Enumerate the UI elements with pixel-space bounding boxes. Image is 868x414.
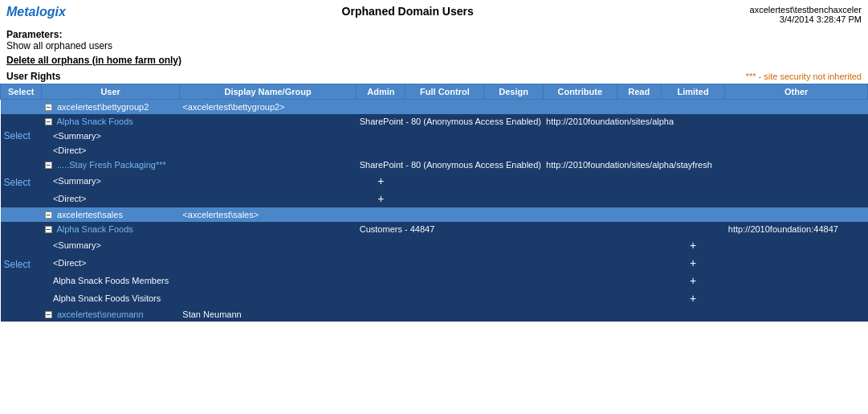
table-row: − axcelertest\sneumann Stan Neumann [1, 307, 868, 322]
user-link[interactable]: axcelertest\bettygroup2 [57, 102, 149, 112]
delete-orphans-link[interactable]: Delete all orphans (in home farm only) [6, 55, 181, 66]
members-empty [179, 272, 661, 289]
group-user-cell: − axcelertest\bettygroup2 [42, 100, 179, 115]
item-user-cell: − Alpha Snack Foods [42, 222, 179, 236]
collapse-icon[interactable]: − [45, 226, 52, 233]
item-contribute [617, 222, 661, 236]
direct-cell: <Direct> [42, 190, 179, 207]
summary-cell: <Summary> [42, 172, 179, 190]
direct-cell: <Direct> [42, 254, 179, 272]
collapse-icon[interactable]: − [45, 104, 52, 111]
table-row: − axcelertest\sales <axcelertest\sales> [1, 207, 868, 222]
item-info-cell: SharePoint - 80 (Anonymous Access Enable… [357, 114, 725, 129]
group-display-cell: Stan Neumann [179, 307, 867, 322]
group-user-cell: − axcelertest\sneumann [42, 307, 179, 322]
select-link[interactable]: Select [4, 177, 31, 188]
summary-fullcontrol: + [357, 172, 405, 190]
col-header-admin: Admin [357, 84, 405, 100]
item-user-cell: − Alpha Snack Foods [42, 114, 179, 129]
summary-other [725, 236, 868, 254]
main-table-container: Select User Display Name/Group Admin Ful… [0, 84, 868, 322]
summary-empty [179, 236, 661, 254]
direct-empty [179, 254, 661, 272]
group-user-cell: − axcelertest\sales [42, 207, 179, 222]
table-row: Select − Alpha Snack Foods Customers - 4… [1, 222, 868, 236]
col-header-limited: Limited [661, 84, 725, 100]
col-header-other: Other [725, 84, 868, 100]
item-info-cell: SharePoint - 80 (Anonymous Access Enable… [357, 158, 725, 172]
select-cell [1, 100, 42, 115]
params-label: Parameters: [6, 29, 62, 40]
item-display-cell [179, 222, 356, 236]
user-link[interactable]: axcelertest\sneumann [57, 309, 144, 319]
item-info-cell: Customers - 44847 [357, 222, 617, 236]
user-link[interactable]: axcelertest\sales [57, 210, 123, 219]
summary-cell: <Summary> [42, 236, 179, 254]
select-link[interactable]: Select [4, 259, 31, 270]
direct-cell: <Direct> [42, 143, 179, 158]
item-url: http://2010foundation:44847 [725, 222, 868, 236]
summary-rest [405, 172, 868, 190]
collapse-icon[interactable]: − [45, 311, 52, 318]
security-note: *** - site security not inherited [746, 72, 862, 81]
table-row: <Summary> + [1, 172, 868, 190]
select-cell: Select [1, 114, 42, 158]
summary-data-cell [179, 129, 867, 143]
direct-admin [179, 190, 356, 207]
summary-limited: + [661, 236, 725, 254]
col-header-select: Select [1, 84, 42, 100]
item-other-cell [725, 158, 868, 172]
select-cell [1, 207, 42, 222]
item-read [661, 222, 725, 236]
table-row: <Summary> + [1, 236, 868, 254]
collapse-icon[interactable]: − [45, 118, 52, 125]
members-cell: Alpha Snack Foods Members [42, 272, 179, 289]
group-display-cell: <axcelertest\sales> [179, 207, 867, 222]
col-header-design: Design [484, 84, 543, 100]
item-other-cell [725, 114, 868, 129]
members-limited: + [661, 272, 725, 289]
table-row: Alpha Snack Foods Visitors + [1, 289, 868, 307]
item-user-link[interactable]: .....Stay Fresh Packaging*** [57, 160, 166, 170]
collapse-icon[interactable]: − [45, 211, 52, 219]
item-display-cell [179, 114, 356, 129]
col-header-user: User [42, 84, 179, 100]
col-header-contribute: Contribute [543, 84, 617, 100]
table-row: − axcelertest\bettygroup2 <axcelertest\b… [1, 100, 868, 115]
item-user-link[interactable]: Alpha Snack Foods [56, 224, 132, 234]
col-header-display: Display Name/Group [179, 84, 356, 100]
select-link[interactable]: Select [4, 130, 31, 141]
table-row: <Direct> + [1, 190, 868, 207]
select-cell: Select [1, 222, 42, 307]
visitors-cell: Alpha Snack Foods Visitors [42, 289, 179, 307]
app-logo: Metalogix [6, 5, 66, 19]
table-row: <Direct> + [1, 254, 868, 272]
direct-limited: + [661, 254, 725, 272]
item-user-cell: − .....Stay Fresh Packaging*** [42, 158, 179, 172]
direct-rest [405, 190, 868, 207]
visitors-limited: + [661, 289, 725, 307]
table-row: Alpha Snack Foods Members + [1, 272, 868, 289]
table-row: <Direct> [1, 143, 868, 158]
direct-fullcontrol: + [357, 190, 405, 207]
params-value: Show all orphaned users [6, 40, 112, 51]
direct-other [725, 254, 868, 272]
visitors-other [725, 289, 868, 307]
col-header-fullcontrol: Full Control [405, 84, 484, 100]
user-rights-title: User Rights [6, 71, 60, 82]
table-row: Select − .....Stay Fresh Packaging*** Sh… [1, 158, 868, 172]
direct-data-cell [179, 143, 867, 158]
user-info: axcelertest\testbenchaxceler 3/4/2014 3:… [750, 5, 862, 24]
members-other [725, 272, 868, 289]
collapse-icon[interactable]: − [45, 162, 52, 169]
col-header-read: Read [617, 84, 661, 100]
group-display-cell: <axcelertest\bettygroup2> [179, 100, 867, 115]
select-cell [1, 307, 42, 322]
table-row: <Summary> [1, 129, 868, 143]
item-user-link[interactable]: Alpha Snack Foods [56, 117, 132, 126]
item-display-cell [179, 158, 356, 172]
visitors-empty [179, 289, 661, 307]
page-title: Orphaned Domain Users [342, 5, 474, 18]
summary-admin [179, 172, 356, 190]
summary-cell: <Summary> [42, 129, 179, 143]
